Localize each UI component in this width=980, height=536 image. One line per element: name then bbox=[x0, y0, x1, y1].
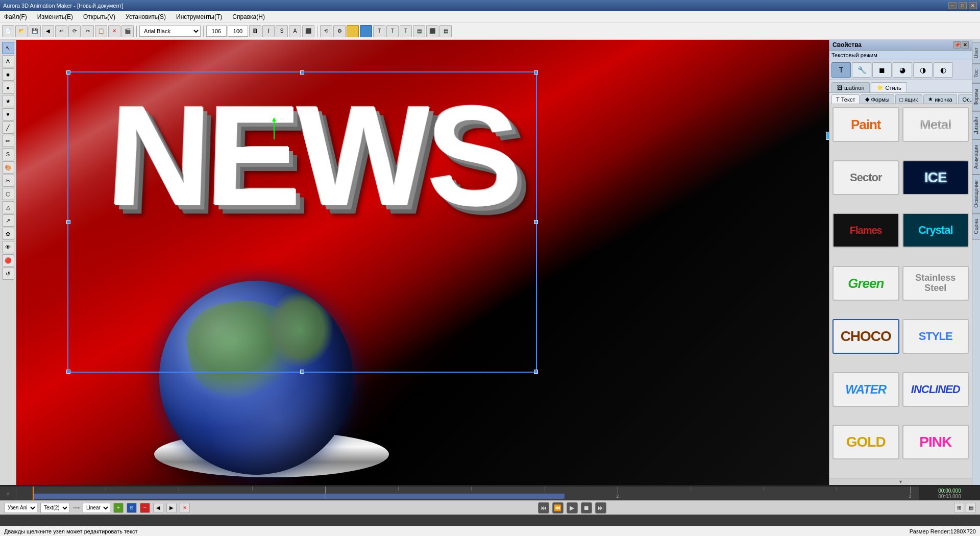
forward-btn[interactable]: ⏭ bbox=[595, 502, 606, 514]
font-family-select[interactable]: Arial Black bbox=[139, 26, 201, 37]
tb-fx1[interactable]: T bbox=[373, 25, 385, 37]
subtab-shapes[interactable]: ◆ Формы bbox=[861, 94, 894, 104]
close-btn[interactable]: ✕ bbox=[969, 2, 977, 9]
tb-render[interactable]: 🎬 bbox=[121, 25, 134, 37]
props-close-btn[interactable]: ✕ bbox=[962, 41, 969, 48]
tb-shadow[interactable]: ⬛ bbox=[302, 25, 314, 37]
style-choco[interactable]: CHOCO bbox=[832, 319, 899, 354]
tb-video[interactable]: ▤ bbox=[439, 25, 452, 37]
style-crystal[interactable]: Crystal bbox=[902, 213, 969, 248]
kf-right-btn[interactable]: ▶ bbox=[166, 503, 177, 513]
lt-line[interactable]: ╱ bbox=[2, 121, 14, 134]
tb-prev[interactable]: ◀ bbox=[42, 25, 54, 37]
tb-italic[interactable]: I bbox=[262, 25, 275, 37]
tb-cut[interactable]: ✂ bbox=[82, 25, 94, 37]
timeline-bar[interactable] bbox=[33, 494, 565, 499]
del-keyframe-btn[interactable]: − bbox=[140, 503, 150, 513]
layer-select[interactable]: Узел Ani bbox=[4, 503, 37, 513]
tb-save[interactable]: 💾 bbox=[29, 25, 41, 37]
vtab-lighting[interactable]: Освещение bbox=[972, 175, 980, 213]
lt-knife[interactable]: ✂ bbox=[2, 175, 14, 187]
news-text[interactable]: NEWS bbox=[105, 92, 521, 221]
menu-help[interactable]: Справка(H) bbox=[230, 12, 267, 21]
lt-spiral[interactable]: ✿ bbox=[2, 228, 14, 240]
view-btn2[interactable]: ▤ bbox=[966, 503, 976, 513]
tb-open[interactable]: 📂 bbox=[15, 25, 28, 37]
menu-file[interactable]: Файл(F) bbox=[2, 12, 29, 21]
tb-stroke[interactable]: S bbox=[276, 25, 288, 37]
tb-export[interactable]: ▤ bbox=[413, 25, 425, 37]
style-sector[interactable]: Sector bbox=[832, 160, 899, 195]
style-stainless[interactable]: Stainless Steel bbox=[902, 266, 969, 301]
lt-s-tool[interactable]: S bbox=[2, 148, 14, 160]
style-inclined[interactable]: INCLINED bbox=[902, 372, 969, 407]
style-pink[interactable]: PINK bbox=[902, 425, 969, 459]
minimize-btn[interactable]: ─ bbox=[948, 2, 957, 9]
rewind-btn[interactable]: ⏮ bbox=[538, 502, 549, 514]
set-keyframe-btn[interactable]: ⎘ bbox=[127, 503, 137, 513]
lt-star[interactable]: ★ bbox=[2, 95, 14, 107]
type-select[interactable]: Text(2) bbox=[40, 503, 69, 513]
tb-bold[interactable]: B bbox=[249, 25, 261, 37]
subtab-icon[interactable]: ★ иконка bbox=[923, 94, 957, 104]
tb-color2[interactable] bbox=[360, 25, 372, 37]
tb-fx2[interactable]: T bbox=[386, 25, 399, 37]
lt-paint[interactable]: 🎨 bbox=[2, 161, 14, 174]
font-size-input[interactable] bbox=[206, 26, 227, 37]
add-keyframe-btn[interactable]: + bbox=[113, 503, 124, 513]
vtab-design[interactable]: Дизайн bbox=[972, 111, 980, 140]
kf-del2-btn[interactable]: ✕ bbox=[180, 503, 190, 513]
props-pin-btn[interactable]: 📌 bbox=[953, 41, 961, 48]
tb-copy[interactable]: 📋 bbox=[95, 25, 107, 37]
style-ice[interactable]: ICE bbox=[902, 160, 969, 195]
timeline-ruler[interactable]: 0 1 2 3 bbox=[33, 486, 919, 500]
lt-circle[interactable]: ● bbox=[2, 82, 14, 94]
tb-align-left[interactable]: ⟲ bbox=[320, 25, 332, 37]
vtab-user[interactable]: User bbox=[972, 42, 980, 64]
lt-text[interactable]: A bbox=[2, 55, 14, 67]
vtab-animation[interactable]: Анимация bbox=[972, 139, 980, 175]
menu-tools[interactable]: Инструменты(T) bbox=[174, 12, 224, 21]
kf-left-btn[interactable]: ◀ bbox=[153, 503, 163, 513]
lt-heart[interactable]: ♥ bbox=[2, 108, 14, 120]
mode-btn-half3[interactable]: ◐ bbox=[934, 62, 953, 78]
tb-settings[interactable]: ⬛ bbox=[426, 25, 438, 37]
stop-btn[interactable]: ⏹ bbox=[581, 502, 592, 514]
tab-template[interactable]: 🖼 шаблон bbox=[831, 82, 870, 92]
tb-undo[interactable]: ↩ bbox=[55, 25, 67, 37]
lt-select[interactable]: ↖ bbox=[2, 42, 14, 54]
subtab-text[interactable]: T Текст bbox=[831, 94, 860, 104]
transform-ctrl-5[interactable] bbox=[826, 132, 829, 140]
maximize-btn[interactable]: □ bbox=[959, 2, 967, 9]
mode-btn-edit[interactable]: 🔧 bbox=[852, 62, 871, 78]
tb-fx3[interactable]: T bbox=[400, 25, 412, 37]
mode-btn-shape[interactable]: ◼ bbox=[872, 62, 892, 78]
style-style[interactable]: STYLE bbox=[902, 319, 969, 354]
tb-text[interactable]: A bbox=[289, 25, 301, 37]
tb-new[interactable]: 📄 bbox=[2, 25, 14, 37]
style-water[interactable]: WATER bbox=[832, 372, 899, 407]
lt-camera[interactable]: ↺ bbox=[2, 267, 14, 280]
lt-arrow[interactable]: ↗ bbox=[2, 214, 14, 227]
lt-node[interactable]: ⬡ bbox=[2, 188, 14, 200]
tab-style[interactable]: ⭐ Стиль bbox=[871, 82, 906, 92]
tb-delete[interactable]: ✕ bbox=[108, 25, 120, 37]
mode-btn-half2[interactable]: ◑ bbox=[913, 62, 933, 78]
play-btn[interactable]: ▶ bbox=[567, 502, 578, 514]
font-size2-input[interactable] bbox=[228, 26, 248, 37]
tb-redo[interactable]: ⟳ bbox=[68, 25, 81, 37]
lt-triangle[interactable]: △ bbox=[2, 201, 14, 213]
view-btn1[interactable]: ⊞ bbox=[954, 503, 964, 513]
vtab-toc[interactable]: Тос bbox=[972, 64, 980, 83]
mode-btn-text[interactable]: T bbox=[831, 62, 851, 78]
lt-rect[interactable]: ■ bbox=[2, 68, 14, 81]
menu-edit[interactable]: Изменить(E) bbox=[35, 12, 75, 21]
style-metal[interactable]: Metal bbox=[902, 107, 969, 142]
menu-open[interactable]: Открыть(V) bbox=[81, 12, 117, 21]
mode-btn-half[interactable]: ◕ bbox=[893, 62, 912, 78]
style-paint[interactable]: Paint bbox=[832, 107, 899, 142]
vtab-shapes[interactable]: Формы bbox=[972, 83, 980, 111]
menu-setup[interactable]: Установить(S) bbox=[124, 12, 168, 21]
prev-frame-btn[interactable]: ⏪ bbox=[552, 502, 564, 514]
canvas-area[interactable]: NEWS bbox=[16, 40, 829, 485]
